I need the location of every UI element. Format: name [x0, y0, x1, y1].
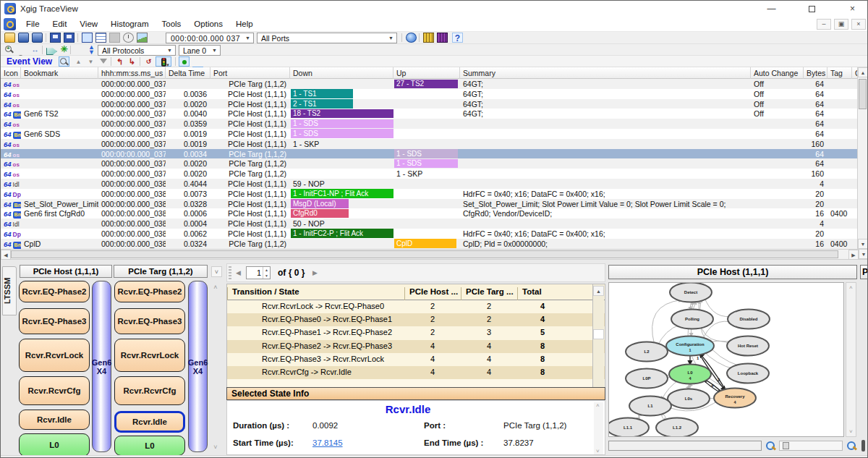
ltssm-state-l0[interactable]: L0 [19, 433, 90, 457]
state-node-l2[interactable]: L2 [626, 342, 668, 362]
column-header-bookmark[interactable]: Bookmark [21, 67, 98, 79]
column-pcie-targ[interactable]: PCIe Targ ... [461, 287, 517, 300]
info-icon[interactable] [406, 33, 417, 43]
column-header-summary[interactable]: Summary [460, 67, 751, 79]
ltssm-collapse-icon[interactable]: ˅ [211, 266, 222, 277]
state-node-detect[interactable]: Detect [670, 283, 712, 302]
state-node-config[interactable]: Configuration1 [666, 336, 714, 356]
prev-event-icon[interactable]: ▲ [73, 56, 84, 67]
transition-row[interactable]: Rcvr.EQ-Phase1 -> Rcvr.EQ-Phase2235 [227, 326, 605, 339]
time-dropdown-icon[interactable]: ▼ [243, 34, 252, 42]
decode-green-icon[interactable] [179, 56, 190, 67]
corner-scroll-down-icon[interactable]: ▼ [859, 249, 868, 259]
ltssm-state-rcvr-eq-phase3[interactable]: Rcvr.EQ-Phase3 [19, 308, 90, 334]
state-node-l0[interactable]: L04 [669, 365, 711, 384]
transition-row[interactable]: Rcvr.RcvrCfg -> Rcvr.Idle448 [227, 366, 605, 379]
ltssm-state-rcvr-rcvrlock[interactable]: Rcvr.RcvrLock [19, 339, 90, 372]
timer-icon[interactable] [123, 33, 134, 43]
state-node-l0p[interactable]: L0P [626, 369, 668, 389]
panel-splitter[interactable] [861, 440, 865, 451]
open-recent-icon[interactable] [32, 33, 43, 43]
page-spinner[interactable]: 1 ▲▼ [246, 266, 271, 279]
next-event-icon[interactable]: ▼ [85, 56, 96, 67]
protocols-select[interactable]: All Protocols ▼ [98, 45, 176, 56]
state-node-polling[interactable]: Polling [671, 310, 713, 329]
column-pcie-host[interactable]: PCIe Host ... [404, 287, 461, 300]
vertical-scroll-thumb[interactable] [859, 79, 867, 109]
ltssm-state-rcvr-rcvrlock[interactable]: Rcvr.RcvrLock [114, 339, 185, 372]
loop-icon[interactable]: ↺ [143, 56, 154, 67]
color-map-icon[interactable] [423, 33, 434, 43]
marker-icon[interactable]: ✳ [59, 45, 69, 55]
page-prev-icon[interactable]: ◀ [236, 269, 241, 276]
ltssm-state-rcvr-idle[interactable]: Rcvr.Idle [114, 411, 185, 433]
event-row[interactable]: 64os000:00:00.000_0370.0020PCIe Targ (1,… [1, 158, 859, 169]
column-header-icon[interactable]: Icon [1, 67, 21, 79]
event-row[interactable]: 64os000:00:00.000_0370.0019PCIe Host (1,… [1, 139, 859, 149]
scroll-right-icon[interactable]: ▶ [848, 250, 859, 260]
filter-icon[interactable] [98, 56, 109, 67]
time-field[interactable]: 000:00:00.000 037 ▼ [166, 33, 254, 43]
capture-view-icon[interactable] [82, 33, 93, 43]
event-row[interactable]: 64BmGen6 SDS000:00:00.000_0370.0019PCIe … [1, 129, 859, 139]
event-row[interactable]: 64os000:00:00.000_0370.0036PCIe Host (1,… [1, 89, 859, 99]
column-header-bytes[interactable]: Bytes [804, 67, 827, 79]
state-node-recovery[interactable]: Recovery4 [714, 389, 756, 408]
ltssm-state-rcvr-eq-phase3[interactable]: Rcvr.EQ-Phase3 [114, 308, 185, 334]
zoom-to-event-icon[interactable] [59, 56, 69, 67]
start-time-link[interactable]: 37.8145 [312, 438, 343, 447]
horizontal-scroll-thumb[interactable] [11, 250, 838, 258]
event-row[interactable]: 64os000:00:00.000_0370.0020PCIe Host (1,… [1, 99, 859, 109]
diagram-horizontal-scrollbar[interactable] [608, 441, 762, 451]
menu-options[interactable]: Options [187, 17, 229, 32]
scroll-up-icon[interactable]: ▲ [858, 67, 868, 77]
ltssm-state-rcvr-rcvrcfg[interactable]: Rcvr.RcvrCfg [114, 376, 185, 405]
mdi-restore-button[interactable]: ▣ [834, 19, 848, 30]
column-header-down[interactable]: Down [290, 67, 393, 79]
event-row[interactable]: 64os000:00:00.000_0370.0359PCIe Host (1,… [1, 119, 859, 129]
maximize-button[interactable] [796, 1, 828, 17]
page-next-icon[interactable]: ▶ [312, 269, 318, 276]
help-icon[interactable]: ? [452, 33, 463, 43]
column-header-delta-time[interactable]: Delta Time [166, 67, 210, 79]
open-workspace-icon[interactable] [18, 33, 29, 43]
ltssm-state-l0[interactable]: L0 [114, 436, 185, 456]
ports-select[interactable]: All Ports ▼ [257, 33, 397, 43]
event-row[interactable]: 64BmCplD000:00:00.000_0380.0324PCIe Targ… [1, 239, 859, 249]
spectrum-icon[interactable] [437, 33, 448, 43]
protocols-dropdown-icon[interactable]: ▼ [165, 46, 174, 54]
menu-help[interactable]: Help [229, 17, 260, 32]
minimize-button[interactable]: — [755, 1, 788, 17]
tag-icon[interactable] [46, 45, 57, 55]
ltssm-host-header[interactable]: PCIe Host (1,1,1) [20, 265, 112, 278]
traffic-light-icon[interactable]: ▼ [156, 56, 171, 67]
table-view-icon[interactable] [95, 33, 106, 43]
event-row[interactable]: 64os000:00:00.000_037PCIe Targ (1,1,2)27… [1, 79, 859, 89]
mdi-minimize-button[interactable]: – [817, 19, 831, 30]
state-node-l1[interactable]: L1 [629, 396, 671, 416]
state-node-l11[interactable]: L1.1 [609, 418, 649, 437]
state-node-disabled[interactable]: Disabled [728, 310, 770, 329]
column-header-up[interactable]: Up [393, 67, 460, 79]
event-grid-vertical-scrollbar[interactable]: ▲ ▼ [857, 67, 867, 249]
snapshot-icon[interactable] [137, 33, 148, 43]
state-info-scrollbar[interactable]: ˄ ˅ [594, 402, 603, 454]
save-all-icon[interactable] [64, 33, 75, 43]
transition-row[interactable]: Rcvr.EQ-Phase0 -> Rcvr.EQ-Phase1224 [227, 313, 605, 326]
save-icon[interactable] [50, 33, 61, 43]
column-header-port[interactable]: Port [210, 67, 290, 79]
column-header-hhh-mm-ss-ms-us[interactable]: hhh:mm:ss.ms_us [98, 67, 166, 79]
ltssm-targ-header[interactable]: PCIe Targ (1,1,2) [114, 265, 208, 278]
ltssm-tab[interactable]: LTSSM [2, 266, 17, 315]
transition-row[interactable]: Rcvr.EQ-Phase3 -> Rcvr.RcvrLock448 [227, 353, 605, 366]
ports-dropdown-icon[interactable]: ▼ [386, 34, 396, 42]
diagram-vertical-scrollbar[interactable]: ˄ ˅ [846, 282, 856, 437]
column-header-auto-change[interactable]: Auto Change [751, 67, 804, 79]
diagram-zoom-out-icon[interactable] [765, 440, 776, 451]
event-row[interactable]: 64BmGen6 TS2000:00:00.000_0370.0040PCIe … [1, 109, 859, 119]
menu-view[interactable]: View [73, 17, 104, 32]
ltssm-state-rcvr-eq-phase2[interactable]: Rcvr.EQ-Phase2 [19, 281, 90, 302]
diagram-title[interactable]: PCIe Host (1,1,1) [608, 265, 857, 279]
diagram-zoom-slider[interactable] [779, 441, 843, 451]
lane-select[interactable]: Lane 0 ▼ [179, 45, 221, 56]
